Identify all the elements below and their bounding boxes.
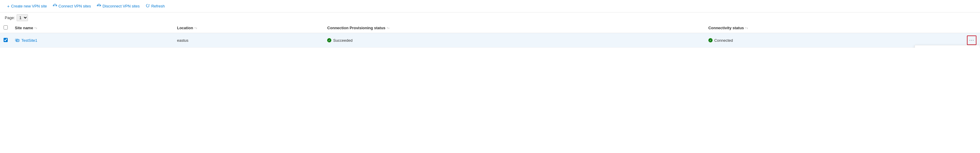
sort-location-button[interactable]: Location ↑↓ [177, 26, 197, 30]
sort-location-icon: ↑↓ [194, 26, 197, 29]
sort-connectivity-icon: ↑↓ [745, 26, 748, 29]
svg-point-0 [53, 5, 54, 6]
refresh-button[interactable]: Refresh [143, 2, 167, 10]
refresh-label: Refresh [151, 4, 165, 8]
site-name-link[interactable]: TestSite1 [21, 38, 37, 43]
site-name-column-label: Site name [15, 26, 33, 30]
row-actions-cell: ··· Edit VPN connection to this hub [962, 33, 980, 48]
page-label: Page: [5, 16, 15, 20]
connect-icon [53, 3, 57, 9]
row-location: eastus [173, 33, 324, 48]
svg-point-2 [97, 5, 98, 6]
table-container: Site name ↑↓ Location ↑↓ Connection Prov… [0, 23, 980, 48]
connectivity-status-icon: ✓ [708, 38, 713, 42]
provisioning-status-text: Succeeded [333, 38, 352, 43]
table-header-row: Site name ↑↓ Location ↑↓ Connection Prov… [0, 23, 980, 33]
header-checkbox-cell [0, 23, 11, 33]
connect-vpn-button[interactable]: Connect VPN sites [51, 2, 93, 10]
svg-point-3 [100, 5, 101, 6]
header-location: Location ↑↓ [173, 23, 324, 33]
create-vpn-label: Create new VPN site [11, 4, 47, 8]
disconnect-icon [97, 3, 101, 9]
provisioning-column-label: Connection Provisioning status [327, 26, 385, 30]
provisioning-status-icon: ✓ [327, 38, 331, 42]
row-checkbox[interactable] [3, 38, 8, 42]
sort-site-name-icon: ↑↓ [34, 26, 37, 29]
sort-connectivity-button[interactable]: Connectivity status ↑↓ [708, 26, 748, 30]
refresh-icon [146, 3, 150, 9]
connectivity-status-text: Connected [714, 38, 733, 43]
vpn-sites-table: Site name ↑↓ Location ↑↓ Connection Prov… [0, 23, 980, 48]
header-site-name: Site name ↑↓ [11, 23, 173, 33]
header-provisioning-status: Connection Provisioning status ↑↓ [324, 23, 705, 33]
edit-vpn-menu-item[interactable]: Edit VPN connection to this hub [915, 47, 980, 48]
context-menu: Edit VPN connection to this hub [915, 45, 980, 48]
connect-vpn-label: Connect VPN sites [59, 4, 91, 8]
row-checkbox-cell [0, 33, 11, 48]
table-row: TestSite1 eastus ✓ Succeeded ✓ Connected [0, 33, 980, 48]
more-actions-button[interactable]: ··· [967, 35, 977, 45]
row-site-name-cell: TestSite1 [11, 33, 173, 48]
disconnect-vpn-button[interactable]: Disconnect VPN sites [94, 2, 142, 10]
page-select[interactable]: 1 [17, 14, 28, 21]
sort-provisioning-icon: ↑↓ [387, 26, 390, 29]
plus-icon: + [7, 4, 10, 9]
pagination: Page: 1 [0, 13, 980, 23]
sort-site-name-button[interactable]: Site name ↑↓ [15, 26, 37, 30]
connectivity-column-label: Connectivity status [708, 26, 744, 30]
more-icon: ··· [969, 37, 974, 43]
create-vpn-button[interactable]: + Create new VPN site [5, 3, 49, 10]
toolbar: + Create new VPN site Connect VPN sites … [0, 0, 980, 13]
select-all-checkbox[interactable] [3, 25, 8, 29]
sort-provisioning-button[interactable]: Connection Provisioning status ↑↓ [327, 26, 390, 30]
site-icon [15, 38, 20, 43]
header-connectivity-status: Connectivity status ↑↓ [705, 23, 962, 33]
svg-point-1 [56, 5, 57, 6]
header-actions [962, 23, 980, 33]
row-provisioning-status: ✓ Succeeded [324, 33, 705, 48]
disconnect-vpn-label: Disconnect VPN sites [102, 4, 140, 8]
location-column-label: Location [177, 26, 193, 30]
